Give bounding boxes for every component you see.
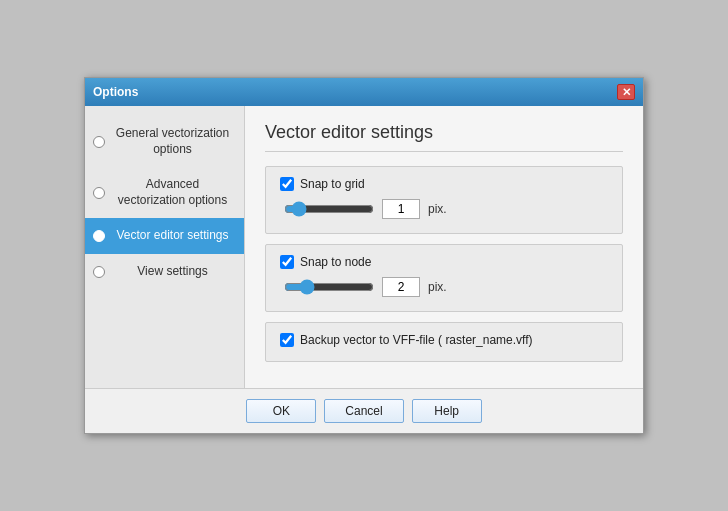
backup-row: Backup vector to VFF-file ( raster_name.…	[280, 333, 608, 347]
snap-grid-slider[interactable]	[284, 201, 374, 217]
main-content: Vector editor settings Snap to grid pix.…	[245, 106, 643, 388]
snap-node-unit: pix.	[428, 280, 447, 294]
snap-grid-value[interactable]	[382, 199, 420, 219]
options-dialog: Options ✕ General vectorization options …	[84, 77, 644, 434]
ok-button[interactable]: OK	[246, 399, 316, 423]
snap-grid-section: Snap to grid pix.	[265, 166, 623, 234]
snap-node-checkbox[interactable]	[280, 255, 294, 269]
page-title: Vector editor settings	[265, 122, 623, 152]
cancel-button[interactable]: Cancel	[324, 399, 403, 423]
snap-grid-row: Snap to grid	[280, 177, 608, 191]
window-title: Options	[93, 85, 138, 99]
snap-grid-label: Snap to grid	[300, 177, 365, 191]
close-button[interactable]: ✕	[617, 84, 635, 100]
sidebar-item-general[interactable]: General vectorization options	[85, 116, 244, 167]
sidebar-item-view[interactable]: View settings	[85, 254, 244, 290]
snap-grid-unit: pix.	[428, 202, 447, 216]
snap-grid-checkbox[interactable]	[280, 177, 294, 191]
sidebar-item-view-label: View settings	[113, 264, 232, 280]
backup-section: Backup vector to VFF-file ( raster_name.…	[265, 322, 623, 362]
sidebar-item-vector-editor[interactable]: Vector editor settings	[85, 218, 244, 254]
sidebar-item-general-label: General vectorization options	[113, 126, 232, 157]
snap-node-slider[interactable]	[284, 279, 374, 295]
sidebar-item-vector-editor-label: Vector editor settings	[113, 228, 232, 244]
title-bar: Options ✕	[85, 78, 643, 106]
snap-grid-slider-row: pix.	[280, 199, 608, 219]
snap-node-section: Snap to node pix.	[265, 244, 623, 312]
snap-node-value[interactable]	[382, 277, 420, 297]
snap-node-row: Snap to node	[280, 255, 608, 269]
radio-vector-editor	[93, 230, 105, 242]
help-button[interactable]: Help	[412, 399, 482, 423]
sidebar-item-advanced-label: Advanced vectorization options	[113, 177, 232, 208]
radio-advanced	[93, 187, 105, 199]
radio-view	[93, 266, 105, 278]
snap-node-slider-row: pix.	[280, 277, 608, 297]
radio-general	[93, 136, 105, 148]
backup-checkbox[interactable]	[280, 333, 294, 347]
backup-label: Backup vector to VFF-file ( raster_name.…	[300, 333, 533, 347]
sidebar: General vectorization options Advanced v…	[85, 106, 245, 388]
snap-node-label: Snap to node	[300, 255, 371, 269]
footer: OK Cancel Help	[85, 388, 643, 433]
window-body: General vectorization options Advanced v…	[85, 106, 643, 388]
sidebar-item-advanced[interactable]: Advanced vectorization options	[85, 167, 244, 218]
